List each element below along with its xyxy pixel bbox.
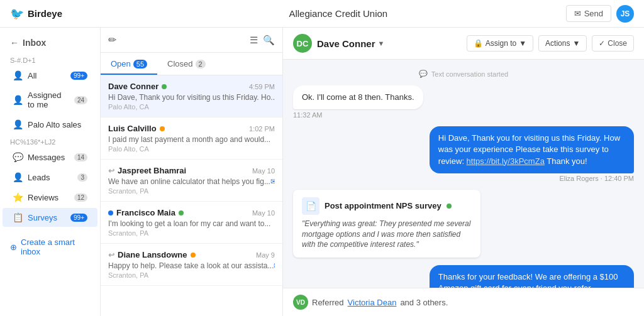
conv-time: 1:02 PM xyxy=(249,125,275,133)
chat-messages: 💬 Text conversation started Ok. I'll com… xyxy=(283,60,644,288)
contact-name: ↩ Diane Lansdowne xyxy=(108,250,196,259)
list-item[interactable]: ↩ Jaspreet Bhamrai May 10 We have an onl… xyxy=(101,160,282,202)
messages-badge: 14 xyxy=(74,153,87,161)
page-title: Allegiance Credit Union xyxy=(111,8,566,19)
app-container: 🐦 Birdeye Allegiance Credit Union ✉ Send… xyxy=(0,0,644,316)
message-row: Thanks for your feedback! We are offerin… xyxy=(293,265,634,288)
inbox-back-button[interactable]: ← Inbox xyxy=(0,33,100,53)
header-actions: 🔒 Assign to ▼ Actions ▼ ✓ Close xyxy=(467,35,634,52)
sidebar-item-palo-alto[interactable]: 👤 Palo Alto sales xyxy=(3,115,97,134)
open-count: 55 xyxy=(133,60,147,68)
sidebar-section-2: HC%136*+LJ2 xyxy=(0,134,100,147)
message-sender: Eliza Rogers · 12:40 PM xyxy=(559,175,634,182)
conv-list-header: ✏ ☰ 🔍 xyxy=(101,28,282,53)
logo-text: Birdeye xyxy=(28,8,62,19)
contact-avatar: DC xyxy=(293,34,312,53)
reviews-badge: 12 xyxy=(74,193,87,202)
message-bubble: Ok. I'll come at 8 then. Thanks. xyxy=(293,85,423,109)
contact-name-label: Dave Conner ▼ xyxy=(317,38,384,49)
referred-bar: VD Referred Victoria Dean and 3 others. xyxy=(283,288,644,316)
nps-card: 📄 Post appointment NPS survey "Everythin… xyxy=(293,190,480,258)
dropdown-icon: ▼ xyxy=(378,40,385,47)
system-message: 💬 Text conversation started xyxy=(293,70,634,78)
referred-others: and 3 others. xyxy=(400,298,448,307)
status-indicator xyxy=(191,253,196,258)
actions-button[interactable]: Actions ▼ xyxy=(538,35,587,52)
sidebar-item-surveys[interactable]: 📋 Surveys 99+ xyxy=(3,208,97,227)
leads-badge: 3 xyxy=(77,173,87,182)
sidebar-section-1: S-#.D+1 xyxy=(0,53,100,65)
assigned-badge: 24 xyxy=(74,96,87,104)
check-icon: ✓ xyxy=(599,39,605,48)
sidebar-item-messages[interactable]: 💬 Messages 14 xyxy=(3,148,97,166)
reply-icon: ↩ xyxy=(108,166,114,175)
sidebar-item-reviews[interactable]: ⭐ Reviews 12 xyxy=(3,188,97,207)
preview-icon: ✉ xyxy=(274,261,275,270)
tab-open[interactable]: Open 55 xyxy=(101,53,157,75)
chat-contact: DC Dave Conner ▼ xyxy=(293,34,460,53)
message-row: Ok. I'll come at 8 then. Thanks. 11:32 A… xyxy=(293,85,634,119)
send-icon: ✉ xyxy=(574,9,581,18)
reviews-icon: ⭐ xyxy=(13,192,23,202)
chat-area: DC Dave Conner ▼ 🔒 Assign to ▼ Actions ▼ xyxy=(283,28,644,316)
assign-button[interactable]: 🔒 Assign to ▼ xyxy=(467,35,533,52)
compose-button[interactable]: ✏ xyxy=(108,34,116,46)
send-button[interactable]: ✉ Send xyxy=(566,5,611,22)
nps-status-badge xyxy=(447,204,452,209)
user-avatar[interactable]: JS xyxy=(616,5,634,23)
nps-card-row: 📄 Post appointment NPS survey "Everythin… xyxy=(293,190,634,258)
top-bar: 🐦 Birdeye Allegiance Credit Union ✉ Send… xyxy=(0,0,644,28)
chevron-down-icon: ▼ xyxy=(572,39,580,48)
referred-avatar: VD xyxy=(293,295,308,310)
list-item[interactable]: Luis Calvillo 1:02 PM I paid my last pay… xyxy=(101,117,282,160)
chevron-icon: ▼ xyxy=(519,39,526,48)
messages-icon: 💬 xyxy=(13,152,23,162)
message-time: 11:32 AM xyxy=(293,111,322,119)
sidebar-item-assigned[interactable]: 👤 Assigned to me 24 xyxy=(3,86,97,114)
contact-name: Francisco Maia xyxy=(108,208,184,217)
tab-closed[interactable]: Closed 2 xyxy=(157,53,216,75)
status-indicator xyxy=(160,126,165,131)
sidebar: ← Inbox S-#.D+1 👤 All 99+ 👤 Assigned to … xyxy=(0,28,101,316)
nps-quote: "Everything was great: They presented me… xyxy=(302,219,472,250)
logo-area: 🐦 Birdeye xyxy=(10,7,111,21)
referred-label: Referred xyxy=(312,298,344,307)
surveys-icon: 📋 xyxy=(13,212,23,222)
lock-icon: 🔒 xyxy=(474,39,483,48)
list-item[interactable]: ↩ Diane Lansdowne May 9 Happy to help. P… xyxy=(101,244,282,286)
all-icon: 👤 xyxy=(13,70,23,80)
surveys-badge: 99+ xyxy=(70,214,87,222)
back-icon: ← xyxy=(10,38,19,48)
conversation-list: ✏ ☰ 🔍 Open 55 Closed 2 xyxy=(101,28,283,316)
survey-link[interactable]: https://bit.ly/3kPcmZa xyxy=(467,156,545,166)
leads-icon: 👤 xyxy=(13,172,23,182)
contact-name: Luis Calvillo xyxy=(108,124,165,133)
create-smart-inbox-button[interactable]: ⊕ Create a smart inbox xyxy=(0,232,100,261)
sidebar-item-leads[interactable]: 👤 Leads 3 xyxy=(3,168,97,187)
list-item[interactable]: Dave Conner 4:59 PM Hi Dave, Thank you f… xyxy=(101,75,282,117)
palo-alto-icon: 👤 xyxy=(13,119,23,129)
list-item[interactable]: Francisco Maia May 10 I'm looking to get… xyxy=(101,202,282,244)
contact-name: Dave Conner xyxy=(108,82,167,91)
nps-icon: 📄 xyxy=(302,197,319,215)
message-bubble: Thanks for your feedback! We are offerin… xyxy=(430,265,634,288)
chat-header: DC Dave Conner ▼ 🔒 Assign to ▼ Actions ▼ xyxy=(283,28,644,60)
preview-icon: ✉ xyxy=(270,177,275,186)
sidebar-item-all[interactable]: 👤 All 99+ xyxy=(3,66,97,85)
conv-time: May 10 xyxy=(252,167,275,175)
logo-icon: 🐦 xyxy=(10,7,24,21)
nps-title: Post appointment NPS survey xyxy=(325,201,441,210)
plus-icon: ⊕ xyxy=(10,242,17,252)
search-button[interactable]: 🔍 xyxy=(263,35,275,46)
message-row: Hi Dave, Thank you for visiting us this … xyxy=(293,126,634,182)
system-icon: 💬 xyxy=(419,70,428,78)
status-indicator xyxy=(108,210,113,215)
conv-time: 4:59 PM xyxy=(249,83,275,90)
filter-button[interactable]: ☰ xyxy=(250,35,258,46)
referred-name-link[interactable]: Victoria Dean xyxy=(348,298,397,307)
conversation-items: Dave Conner 4:59 PM Hi Dave, Thank you f… xyxy=(101,75,282,316)
reply-icon: ↩ xyxy=(108,251,114,259)
conversation-tabs: Open 55 Closed 2 xyxy=(101,53,282,75)
close-button[interactable]: ✓ Close xyxy=(592,35,634,52)
contact-name: ↩ Jaspreet Bhamrai xyxy=(108,166,186,175)
